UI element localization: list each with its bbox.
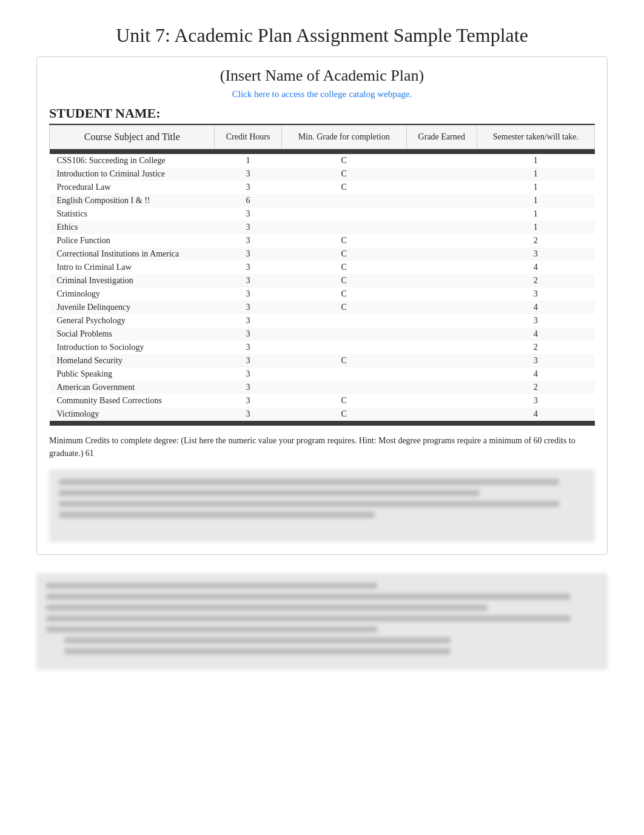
course-table-wrapper: Course Subject and Title Credit Hours Mi… [49, 125, 595, 426]
table-row: Statistics 3 1 [50, 207, 595, 221]
cell-course: Homeland Security [50, 354, 215, 367]
cell-semester: 3 [477, 287, 594, 301]
cell-min-grade: C [281, 181, 406, 194]
cell-min-grade: C [281, 394, 406, 407]
cell-semester: 1 [477, 167, 594, 181]
cell-course: Criminology [50, 287, 215, 301]
cell-course: Criminal Investigation [50, 274, 215, 287]
col-header-credit-hours: Credit Hours [215, 126, 281, 149]
cell-credit-hours: 3 [215, 407, 281, 421]
cell-grade-earned [406, 394, 477, 407]
cell-course: Community Based Corrections [50, 394, 215, 407]
cell-semester: 4 [477, 327, 594, 341]
cell-grade-earned [406, 367, 477, 381]
cell-course: General Psychology [50, 314, 215, 327]
blurred-section-2 [36, 573, 608, 670]
col-header-min-grade: Min. Grade for completion [281, 126, 406, 149]
cell-semester: 3 [477, 354, 594, 367]
catalog-link[interactable]: Click here to access the college catalog… [232, 89, 412, 99]
col-header-semester: Semester taken/will take. [477, 126, 594, 149]
cell-grade-earned [406, 354, 477, 367]
cell-semester: 4 [477, 301, 594, 314]
cell-semester: 3 [477, 394, 594, 407]
table-row: Juvenile Delinquency 3 C 4 [50, 301, 595, 314]
cell-grade-earned [406, 221, 477, 234]
table-dark-divider-top [50, 149, 595, 154]
table-row: Correctional Institutions in America 3 C… [50, 247, 595, 261]
cell-min-grade: C [281, 261, 406, 274]
table-row: American Government 3 2 [50, 381, 595, 394]
cell-min-grade: C [281, 167, 406, 181]
cell-credit-hours: 3 [215, 221, 281, 234]
cell-credit-hours: 3 [215, 314, 281, 327]
cell-min-grade [281, 367, 406, 381]
cell-course: Juvenile Delinquency [50, 301, 215, 314]
cell-course: Introduction to Sociology [50, 341, 215, 354]
table-row: Ethics 3 1 [50, 221, 595, 234]
plan-name: (Insert Name of Academic Plan) [49, 67, 595, 85]
cell-course: Police Function [50, 234, 215, 247]
cell-grade-earned [406, 381, 477, 394]
cell-credit-hours: 3 [215, 247, 281, 261]
course-table: Course Subject and Title Credit Hours Mi… [49, 125, 595, 426]
table-body: CSS106: Succeeding in College 1 C 1 Intr… [50, 154, 595, 421]
cell-min-grade: C [281, 407, 406, 421]
cell-semester: 3 [477, 314, 594, 327]
cell-grade-earned [406, 234, 477, 247]
min-credits-text: Minimum Credits to complete degree: (Lis… [49, 434, 595, 460]
cell-credit-hours: 3 [215, 261, 281, 274]
cell-semester: 2 [477, 341, 594, 354]
cell-min-grade [281, 327, 406, 341]
cell-grade-earned [406, 301, 477, 314]
cell-min-grade: C [281, 154, 406, 167]
cell-credit-hours: 3 [215, 234, 281, 247]
table-row: CSS106: Succeeding in College 1 C 1 [50, 154, 595, 167]
page-title: Unit 7: Academic Plan Assignment Sample … [36, 24, 608, 47]
cell-course: English Composition I & !! [50, 194, 215, 207]
cell-course: Intro to Criminal Law [50, 261, 215, 274]
cell-semester: 1 [477, 181, 594, 194]
cell-semester: 4 [477, 367, 594, 381]
table-row: English Composition I & !! 6 1 [50, 194, 595, 207]
table-row: Procedural Law 3 C 1 [50, 181, 595, 194]
cell-course: Statistics [50, 207, 215, 221]
cell-grade-earned [406, 341, 477, 354]
cell-semester: 4 [477, 261, 594, 274]
col-header-course: Course Subject and Title [50, 126, 215, 149]
cell-credit-hours: 3 [215, 327, 281, 341]
cell-grade-earned [406, 314, 477, 327]
cell-min-grade: C [281, 354, 406, 367]
table-row: Intro to Criminal Law 3 C 4 [50, 261, 595, 274]
cell-credit-hours: 6 [215, 194, 281, 207]
cell-semester: 4 [477, 407, 594, 421]
table-row: Introduction to Sociology 3 2 [50, 341, 595, 354]
student-name-label: STUDENT NAME: [49, 106, 595, 125]
table-row: Homeland Security 3 C 3 [50, 354, 595, 367]
cell-min-grade: C [281, 287, 406, 301]
cell-min-grade [281, 207, 406, 221]
table-row: Victimology 3 C 4 [50, 407, 595, 421]
table-row: Police Function 3 C 2 [50, 234, 595, 247]
main-container: (Insert Name of Academic Plan) Click her… [36, 56, 608, 555]
cell-course: Procedural Law [50, 181, 215, 194]
cell-grade-earned [406, 167, 477, 181]
cell-min-grade: C [281, 274, 406, 287]
cell-grade-earned [406, 407, 477, 421]
cell-credit-hours: 3 [215, 167, 281, 181]
cell-grade-earned [406, 207, 477, 221]
cell-min-grade [281, 221, 406, 234]
cell-credit-hours: 3 [215, 274, 281, 287]
cell-min-grade: C [281, 301, 406, 314]
cell-course: Ethics [50, 221, 215, 234]
cell-grade-earned [406, 247, 477, 261]
cell-course: Correctional Institutions in America [50, 247, 215, 261]
cell-min-grade [281, 381, 406, 394]
cell-credit-hours: 3 [215, 181, 281, 194]
cell-semester: 1 [477, 154, 594, 167]
cell-credit-hours: 3 [215, 207, 281, 221]
table-row: Criminal Investigation 3 C 2 [50, 274, 595, 287]
cell-grade-earned [406, 194, 477, 207]
cell-credit-hours: 3 [215, 354, 281, 367]
table-row: Community Based Corrections 3 C 3 [50, 394, 595, 407]
cell-semester: 3 [477, 247, 594, 261]
